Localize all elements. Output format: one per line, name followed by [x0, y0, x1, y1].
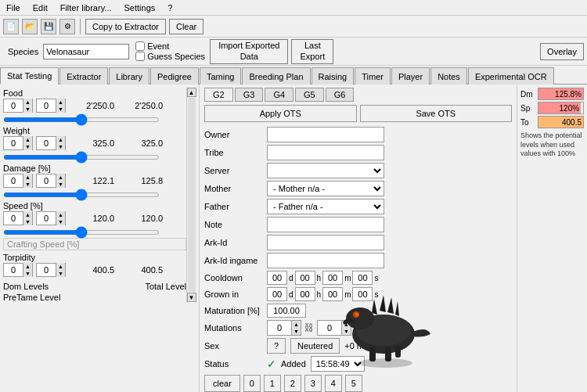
- menu-edit[interactable]: Edit: [30, 2, 51, 13]
- sub-tab-g3[interactable]: G3: [235, 88, 264, 102]
- food-input1[interactable]: [4, 99, 23, 112]
- sub-tab-g6[interactable]: G6: [326, 88, 355, 102]
- tab-timer[interactable]: Timer: [355, 67, 391, 85]
- food-down2[interactable]: ▼: [56, 106, 65, 113]
- sex-question-button[interactable]: ?: [267, 338, 286, 354]
- torpidity-spinner1[interactable]: ▲▼: [3, 263, 33, 277]
- cleat-button[interactable]: clear: [204, 375, 240, 392]
- weight-spinner1[interactable]: ▲▼: [3, 136, 33, 150]
- mother-select[interactable]: - Mother n/a -: [267, 181, 384, 196]
- tab-extractor[interactable]: Extractor: [59, 67, 108, 85]
- damage-down1[interactable]: ▼: [23, 181, 32, 188]
- weight-up1[interactable]: ▲: [23, 136, 32, 143]
- note-input[interactable]: [267, 217, 384, 232]
- speed-up2[interactable]: ▲: [56, 211, 65, 218]
- food-spinner1[interactable]: ▲▼: [3, 99, 33, 113]
- cooldown-h-input[interactable]: [295, 271, 315, 285]
- torpidity-up2[interactable]: ▲: [56, 263, 65, 270]
- overlay-button[interactable]: Overlay: [540, 43, 584, 60]
- torpidity-up1[interactable]: ▲: [23, 263, 32, 270]
- food-down1[interactable]: ▼: [23, 106, 32, 113]
- weight-spinner2[interactable]: ▲▼: [36, 136, 66, 150]
- weight-input1[interactable]: [4, 137, 23, 149]
- species-input[interactable]: [43, 44, 129, 59]
- num-0-button[interactable]: 0: [243, 375, 261, 392]
- tab-notes[interactable]: Notes: [430, 67, 467, 85]
- weight-up2[interactable]: ▲: [56, 136, 65, 143]
- save-ots-button[interactable]: Save OTS: [360, 105, 513, 122]
- food-slider[interactable]: [3, 117, 160, 122]
- new-icon[interactable]: 📄: [3, 19, 19, 34]
- weight-down2[interactable]: ▼: [56, 143, 65, 150]
- owner-input[interactable]: [267, 127, 384, 142]
- damage-input1[interactable]: [4, 174, 23, 187]
- food-up1[interactable]: ▲: [23, 99, 32, 106]
- tab-stat-testing[interactable]: Stat Testing: [0, 67, 59, 85]
- grown-h-input[interactable]: [295, 287, 315, 301]
- tab-experimental-ocr[interactable]: Experimental OCR: [468, 67, 554, 85]
- father-select[interactable]: - Father n/a -: [267, 199, 384, 214]
- num-4-button[interactable]: 4: [325, 375, 342, 392]
- settings-icon[interactable]: ⚙: [59, 19, 75, 34]
- sub-tab-g2[interactable]: G2: [204, 88, 233, 102]
- save-icon[interactable]: 💾: [41, 19, 56, 34]
- torpidity-down2[interactable]: ▼: [56, 270, 65, 277]
- speed-input1[interactable]: [4, 212, 23, 225]
- weight-down1[interactable]: ▼: [23, 143, 32, 150]
- torpidity-input2[interactable]: [37, 264, 56, 276]
- sub-tab-g5[interactable]: G5: [295, 88, 324, 102]
- menu-help[interactable]: ?: [164, 2, 175, 13]
- copy-to-extractor-button[interactable]: Copy to Extractor: [85, 19, 166, 34]
- ark-id-ingame-input[interactable]: [267, 253, 384, 268]
- speed-up1[interactable]: ▲: [23, 211, 32, 218]
- left-scrollbar[interactable]: ▲ ▼: [186, 88, 196, 302]
- server-select[interactable]: [267, 163, 384, 178]
- sub-tab-g4[interactable]: G4: [265, 88, 294, 102]
- weight-input2[interactable]: [37, 137, 56, 149]
- speed-spinner2[interactable]: ▲▼: [36, 211, 66, 225]
- damage-spinner1[interactable]: ▲▼: [3, 174, 33, 188]
- damage-spinner2[interactable]: ▲▼: [36, 174, 66, 188]
- grown-d-input[interactable]: [267, 287, 287, 301]
- menu-filter-library[interactable]: Filter library...: [57, 2, 115, 13]
- menu-settings[interactable]: Settings: [121, 2, 159, 13]
- last-export-button[interactable]: Last Export: [291, 39, 333, 64]
- tab-pedigree[interactable]: Pedigree: [150, 67, 199, 85]
- speed-spinner1[interactable]: ▲▼: [3, 211, 33, 225]
- torpidity-input1[interactable]: [4, 264, 23, 276]
- cooldown-d-input[interactable]: [267, 271, 287, 285]
- speed-down1[interactable]: ▼: [23, 218, 32, 225]
- maturation-input[interactable]: [267, 304, 306, 318]
- num-5-button[interactable]: 5: [345, 375, 362, 392]
- mutations-spinner1[interactable]: ▲▼: [267, 320, 301, 336]
- food-input2[interactable]: [37, 99, 56, 112]
- tab-player[interactable]: Player: [391, 67, 430, 85]
- damage-input2[interactable]: [37, 174, 56, 187]
- speed-input2[interactable]: [37, 212, 56, 225]
- clear-toolbar-button[interactable]: Clear: [169, 19, 203, 34]
- tribe-input[interactable]: [267, 145, 384, 160]
- weight-slider[interactable]: [3, 155, 160, 160]
- ark-id-input[interactable]: [267, 235, 384, 250]
- torpidity-spinner2[interactable]: ▲▼: [36, 263, 66, 277]
- scroll-up-button[interactable]: ▲: [187, 88, 196, 97]
- apply-ots-button[interactable]: Apply OTS: [204, 105, 357, 122]
- speed-slider[interactable]: [3, 230, 160, 235]
- tab-library[interactable]: Library: [109, 67, 149, 85]
- num-2-button[interactable]: 2: [284, 375, 301, 392]
- tab-raising[interactable]: Raising: [312, 67, 355, 85]
- torpidity-down1[interactable]: ▼: [23, 270, 32, 277]
- damage-up2[interactable]: ▲: [56, 174, 65, 181]
- event-checkbox[interactable]: [135, 41, 145, 51]
- guess-species-checkbox[interactable]: [135, 52, 145, 61]
- food-spinner2[interactable]: ▲▼: [36, 99, 66, 113]
- num-1-button[interactable]: 1: [264, 375, 281, 392]
- mutations-up1[interactable]: ▲: [291, 321, 301, 328]
- import-exported-data-button[interactable]: Import Exported Data: [210, 39, 288, 64]
- menu-file[interactable]: File: [3, 2, 23, 13]
- tab-taming[interactable]: Taming: [200, 67, 241, 85]
- scroll-down-button[interactable]: ▼: [187, 293, 196, 302]
- speed-down2[interactable]: ▼: [56, 218, 65, 225]
- tab-breeding-plan[interactable]: Breeding Plan: [242, 67, 310, 85]
- damage-down2[interactable]: ▼: [56, 181, 65, 188]
